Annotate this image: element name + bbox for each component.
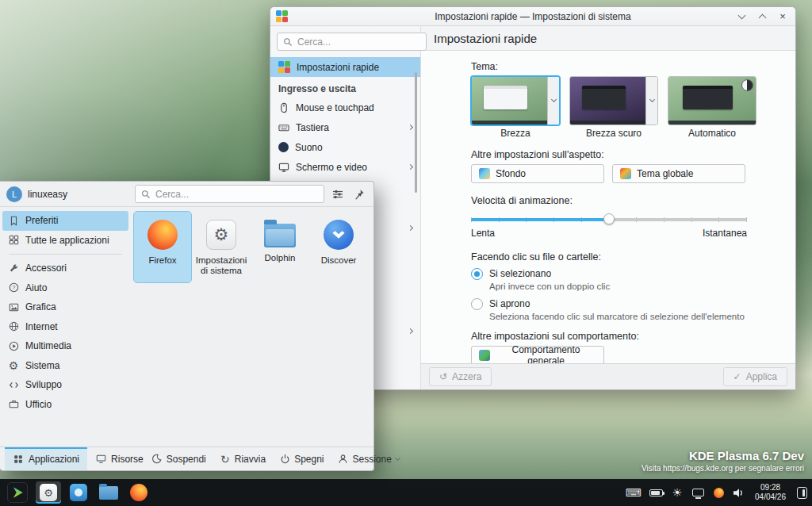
clock-time: 09:28 [755, 483, 786, 493]
category-favorites[interactable]: Preferiti [2, 211, 128, 231]
settings-search-input[interactable] [297, 36, 420, 48]
nav-item-display-video[interactable]: Schermo e video [270, 157, 420, 177]
app-firefox[interactable]: Firefox [134, 212, 191, 282]
app-dolphin[interactable]: Dolphin [251, 212, 308, 282]
chevron-down-icon [649, 97, 654, 102]
session-button[interactable]: Sessione [338, 454, 400, 465]
app-system-settings[interactable]: ⚙ Impostazioni di sistema [193, 212, 250, 282]
places-tab-icon [95, 454, 106, 465]
firefox-task-icon [130, 484, 147, 501]
wallpaper-button[interactable]: Sfondo [471, 164, 604, 183]
theme-dropdown-button[interactable] [645, 77, 657, 125]
reset-button[interactable]: ↺ Azzera [429, 367, 492, 386]
category-help[interactable]: ? Aiuto [2, 278, 128, 298]
panel-settings-icon[interactable] [795, 485, 808, 500]
task-firefox[interactable] [126, 481, 151, 504]
theme-dropdown-button[interactable] [547, 77, 559, 125]
general-behavior-button[interactable]: Comportamento generale [471, 346, 604, 363]
animation-speed-slider[interactable] [471, 213, 747, 225]
radio-select-option[interactable]: Si selezionano [471, 266, 773, 281]
restart-button[interactable]: ↻ Riavvia [220, 454, 266, 465]
category-internet[interactable]: Internet [2, 317, 128, 337]
firefox-tray-icon[interactable] [712, 485, 725, 500]
radio-select-description: Apri invece con un doppio clic [489, 282, 773, 291]
category-office[interactable]: Ufficio [2, 395, 128, 415]
slider-max-label: Istantanea [703, 228, 747, 239]
theme-label: Tema: [471, 61, 773, 72]
keyboard-tray-icon[interactable]: ⌨ [626, 485, 642, 500]
nav-item-quick-settings[interactable]: Impostazioni rapide [270, 57, 420, 77]
battery-icon[interactable] [649, 485, 663, 500]
graphics-icon [8, 301, 19, 312]
category-development[interactable]: Sviluppo [2, 375, 128, 395]
theme-card-breeze[interactable]: Brezza [471, 76, 560, 139]
maximize-button[interactable] [755, 10, 769, 24]
nav-item-keyboard[interactable]: Tastiera [270, 117, 420, 137]
shutdown-button[interactable]: Spegni [279, 454, 324, 465]
task-app-blue[interactable] [66, 481, 91, 504]
user-avatar[interactable]: L [6, 186, 22, 202]
volume-icon[interactable] [733, 485, 745, 500]
firefox-icon [147, 220, 178, 250]
launcher-categories: Preferiti Tutte le applicazioni Accessor… [0, 207, 131, 447]
global-theme-icon [620, 168, 631, 179]
radio-unchecked-icon[interactable] [471, 298, 483, 310]
taskbar-panel: ⚙ ⌨ ☀ 09:28 04/04/26 [0, 479, 812, 506]
app-discover[interactable]: Discover [310, 212, 367, 282]
brightness-icon[interactable]: ☀ [671, 485, 684, 500]
close-button[interactable]: × [776, 10, 790, 24]
launcher-search-input[interactable] [155, 189, 318, 200]
chevron-down-icon [550, 97, 556, 102]
tab-places[interactable]: Risorse [87, 447, 151, 470]
chevron-right-icon [408, 328, 413, 333]
radio-open-option[interactable]: Si aprono [471, 297, 773, 311]
radio-open-description: Seleziona facendo clic sul marcatore di … [489, 312, 773, 321]
theme-card-automatic[interactable]: Automatico [668, 76, 756, 139]
display-tray-icon[interactable] [691, 485, 704, 500]
theme-preview-auto [668, 77, 756, 125]
category-multimedia[interactable]: Multimedia [2, 336, 128, 356]
theme-card-breeze-dark[interactable]: Brezza scuro [569, 76, 658, 139]
apply-button[interactable]: ✓ Applica [723, 367, 787, 386]
dolphin-icon [264, 224, 296, 247]
theme-preview-dark [570, 77, 645, 125]
nav-item-mouse-touchpad[interactable]: Mouse e touchpad [270, 98, 420, 117]
window-title: Impostazioni rapide — Impostazioni di si… [318, 11, 748, 22]
discover-icon [324, 220, 354, 250]
task-dolphin[interactable] [96, 481, 121, 504]
page-title: Impostazioni rapide [421, 26, 795, 51]
username-label: linuxeasy [28, 189, 129, 200]
tab-applications[interactable]: Applicazioni [5, 447, 87, 470]
pin-icon[interactable] [351, 186, 367, 202]
digital-clock[interactable]: 09:28 04/04/26 [753, 483, 787, 502]
category-system[interactable]: ⚙ Sistema [2, 356, 128, 376]
sidebar-scrollbar[interactable] [415, 72, 417, 193]
global-theme-button[interactable]: Tema globale [612, 164, 745, 183]
window-footer: ↺ Azzera ✓ Applica [421, 363, 795, 389]
category-accessories[interactable]: Accessori [2, 259, 128, 278]
settings-search[interactable] [277, 33, 427, 51]
kde-launcher-icon [7, 482, 28, 503]
launcher-search[interactable] [135, 185, 324, 203]
slider-min-label: Lenta [471, 228, 495, 239]
applications-tab-icon [13, 454, 24, 465]
bug-report-note: Visita https://bugs.kde.org per segnalar… [642, 464, 804, 473]
category-graphics[interactable]: Grafica [2, 297, 128, 317]
category-all-applications[interactable]: Tutte le applicazioni [2, 231, 128, 251]
sort-configure-icon[interactable] [330, 186, 346, 202]
favorites-grid: Firefox ⚙ Impostazioni di sistema Dolphi… [131, 207, 373, 447]
system-settings-task-icon: ⚙ [40, 484, 57, 501]
favorites-icon [8, 215, 19, 226]
task-system-settings[interactable]: ⚙ [36, 481, 61, 504]
user-session-icon [338, 454, 349, 465]
office-icon [8, 399, 19, 410]
suspend-button[interactable]: Sospendi [151, 454, 206, 465]
nav-item-sound[interactable]: Suono [270, 137, 420, 157]
radio-checked-icon[interactable] [471, 268, 483, 280]
titlebar[interactable]: Impostazioni rapide — Impostazioni di si… [270, 7, 795, 26]
window-app-icon [276, 10, 288, 22]
slider-handle[interactable] [603, 213, 615, 224]
system-settings-icon: ⚙ [206, 220, 236, 250]
theme-preview-light [472, 77, 547, 125]
application-launcher-button[interactable] [4, 481, 31, 504]
